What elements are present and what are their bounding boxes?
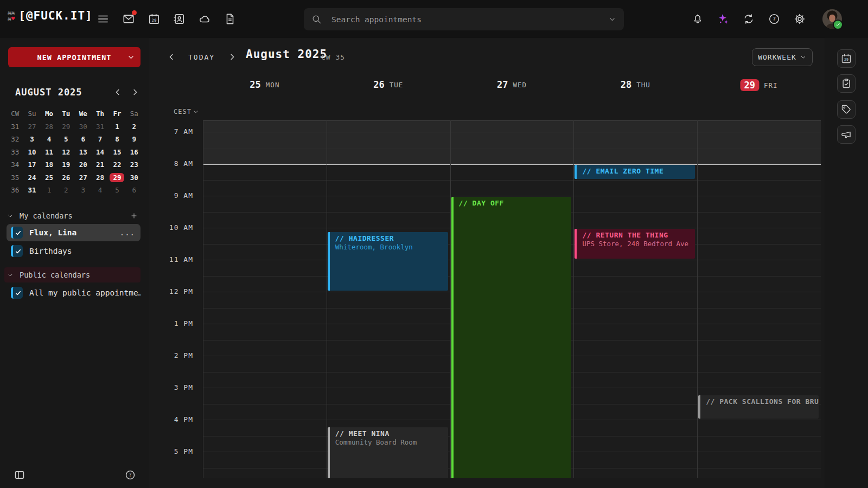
grid-line — [203, 196, 821, 196]
search-input[interactable] — [330, 15, 608, 24]
contacts-icon[interactable] — [173, 13, 185, 25]
minical-day[interactable]: 7 — [92, 133, 108, 146]
public-calendars-section-header[interactable]: Public calendars — [7, 268, 142, 281]
help-icon[interactable]: ? — [768, 13, 780, 25]
rail-tasks-icon[interactable] — [837, 74, 856, 93]
minical-day[interactable]: 23 — [126, 158, 143, 171]
event-meet-nina[interactable]: // MEET NINACommunity Board Room — [328, 427, 448, 478]
minical-day[interactable]: 25 — [41, 171, 58, 184]
minical-day[interactable]: 6 — [75, 133, 92, 146]
day-header[interactable]: 29FRI — [741, 79, 778, 91]
settings-icon[interactable] — [794, 13, 806, 25]
calendar-icon[interactable]: 29 — [148, 13, 160, 25]
minical-day[interactable]: 29 — [58, 120, 74, 133]
rail-tags-icon[interactable] — [837, 100, 856, 119]
help-mini-icon[interactable]: ? — [125, 470, 136, 480]
minical-day[interactable]: 11 — [41, 146, 58, 159]
chevron-down-icon — [7, 212, 14, 220]
minical-day[interactable]: 31 — [23, 184, 40, 197]
today-button[interactable]: TODAY — [185, 53, 218, 62]
minical-day[interactable]: 3 — [23, 133, 40, 146]
new-appointment-button[interactable]: NEW APPOINTMENT — [8, 47, 141, 67]
minical-day[interactable]: 1 — [41, 184, 58, 197]
event-title-prefix: // — [706, 397, 719, 406]
calendar-checkbox[interactable] — [11, 287, 23, 299]
minical-day[interactable]: 4 — [41, 133, 58, 146]
more-options-icon[interactable]: ... — [120, 228, 135, 237]
minical-day[interactable]: 27 — [23, 120, 40, 133]
grid-halfhour-line — [203, 148, 821, 149]
next-week-chevron-icon[interactable] — [227, 52, 237, 62]
calendar-checkbox[interactable] — [11, 245, 23, 257]
minical-day[interactable]: 5 — [58, 133, 74, 146]
minical-day[interactable]: 19 — [58, 158, 74, 171]
minical-day[interactable]: 31 — [92, 120, 108, 133]
minical-day[interactable]: 10 — [23, 146, 40, 159]
minical-day[interactable]: 12 — [58, 146, 74, 159]
minical-day[interactable]: 28 — [92, 171, 108, 184]
day-header[interactable]: 26TUE — [373, 79, 403, 90]
avatar[interactable] — [822, 9, 842, 29]
day-header[interactable]: 27WED — [497, 79, 527, 90]
notifications-icon[interactable] — [692, 13, 704, 25]
add-calendar-icon[interactable] — [130, 212, 138, 220]
cloud-icon[interactable] — [199, 13, 210, 25]
search-options-chevron-icon[interactable] — [608, 15, 616, 23]
event-title-text: PACK SCALLIONS FOR BRUNCH — [719, 397, 819, 406]
calendar-checkbox[interactable] — [11, 227, 23, 239]
menu-icon[interactable] — [97, 13, 109, 25]
minical-dow-label: We — [75, 107, 92, 120]
minical-day[interactable]: 6 — [126, 184, 143, 197]
prev-week-chevron-icon[interactable] — [167, 52, 176, 62]
minical-prev-button[interactable] — [113, 87, 123, 97]
minical-day[interactable]: 30 — [126, 171, 143, 184]
minical-day[interactable]: 4 — [92, 184, 108, 197]
minical-day[interactable]: 3 — [75, 184, 92, 197]
minical-day[interactable]: 24 — [23, 171, 40, 184]
minical-day[interactable]: 5 — [108, 184, 125, 197]
minical-day[interactable]: 22 — [108, 158, 125, 171]
sync-icon[interactable] — [743, 13, 755, 25]
ai-sparkle-icon[interactable] — [717, 13, 729, 25]
minical-day[interactable]: 20 — [75, 158, 92, 171]
calendar-grid[interactable]: // HAIDRESSERWhiteroom, Brooklyn// MEET … — [203, 120, 821, 478]
event-day-off[interactable]: // DAY OFF — [451, 197, 572, 478]
minical-day[interactable]: 9 — [126, 133, 143, 146]
minical-day[interactable]: 13 — [75, 146, 92, 159]
app-logo[interactable]: ☠☠ ☠♥ [@FUCK.IT] — [8, 9, 93, 22]
event-return-the-thing[interactable]: // RETURN THE THINGUPS Store, 240 Bedfor… — [575, 229, 695, 259]
minical-day[interactable]: 14 — [92, 146, 108, 159]
event-pack-scallions-for-brunch[interactable]: // PACK SCALLIONS FOR BRUNCH — [698, 395, 819, 419]
minical-day[interactable]: 18 — [41, 158, 58, 171]
notes-icon[interactable] — [224, 13, 236, 25]
rail-calendar-icon[interactable]: 29 — [837, 49, 856, 68]
minical-day[interactable]: 29 — [108, 171, 125, 184]
day-header[interactable]: 28THU — [621, 79, 650, 90]
minical-day[interactable]: 30 — [75, 120, 92, 133]
day-header[interactable]: 25MON — [250, 79, 279, 90]
calendar-item-flux-lina[interactable]: Flux, Lina ... — [7, 224, 141, 241]
minical-day[interactable]: 15 — [108, 146, 125, 159]
minical-day[interactable]: 2 — [126, 120, 143, 133]
minical-day[interactable]: 2 — [58, 184, 74, 197]
minical-day[interactable]: 26 — [58, 171, 74, 184]
toggle-sidebar-icon[interactable] — [14, 470, 25, 480]
timezone-selector[interactable]: CEST — [174, 108, 199, 115]
event-haidresser[interactable]: // HAIDRESSERWhiteroom, Brooklyn — [328, 232, 448, 291]
hour-label: 1 PM — [152, 320, 193, 328]
calendar-item-all-public[interactable]: All my public appointme… — [7, 284, 141, 301]
calendar-item-birthdays[interactable]: Birthdays — [7, 242, 141, 260]
my-calendars-section-header[interactable]: My calendars — [7, 209, 142, 222]
minical-day[interactable]: 16 — [126, 146, 143, 159]
minical-day[interactable]: 17 — [23, 158, 40, 171]
mail-icon[interactable] — [123, 13, 135, 25]
event-email-zero-time[interactable]: // EMAIL ZERO TIME — [575, 165, 695, 179]
minical-day[interactable]: 27 — [75, 171, 92, 184]
minical-next-button[interactable] — [130, 87, 140, 97]
rail-announcements-icon[interactable] — [837, 125, 856, 144]
view-selector-button[interactable]: WORKWEEK — [752, 48, 813, 66]
minical-day[interactable]: 1 — [108, 120, 125, 133]
minical-day[interactable]: 8 — [108, 133, 125, 146]
minical-day[interactable]: 21 — [92, 158, 108, 171]
minical-day[interactable]: 28 — [41, 120, 58, 133]
